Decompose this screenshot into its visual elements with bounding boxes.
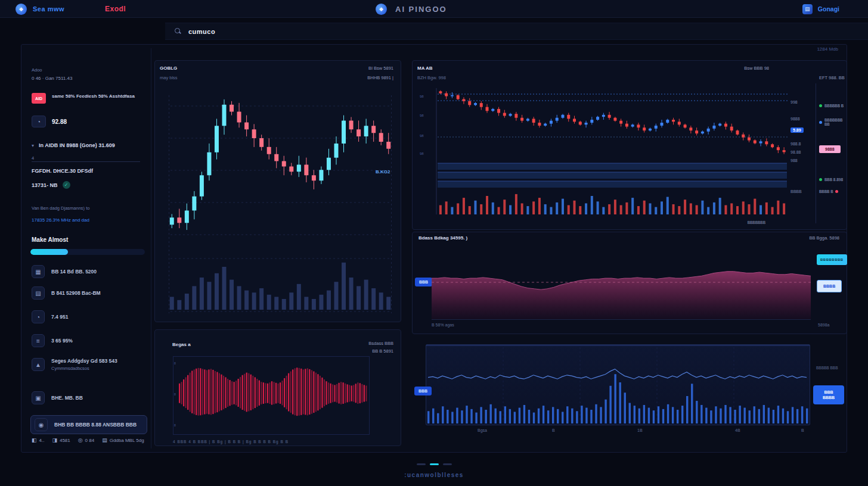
- target-icon: ◉: [35, 418, 48, 431]
- sidebar-item-label: BHE. MB. BB: [51, 395, 83, 401]
- sidebar-item-label: 7.4 951: [51, 314, 68, 320]
- panel-osc-meta1: Bsdass BBB: [368, 341, 393, 346]
- page-dash-1-active[interactable]: [430, 463, 439, 465]
- bars-x-label: 4B: [735, 428, 740, 432]
- box-icon: ▣: [32, 391, 45, 404]
- panel-osc-title: Begas a: [172, 342, 191, 347]
- bars-x-label: B: [552, 428, 555, 432]
- search-input[interactable]: cumuco: [188, 28, 215, 35]
- area-light-badge[interactable]: BBBB: [817, 280, 842, 292]
- candlestick-chart: [168, 85, 392, 318]
- pen-icon: ◨: [52, 437, 57, 443]
- sidebar-item-5[interactable]: ▣ BHE. MB. BB: [32, 391, 151, 404]
- panel-dense-title: MA AB: [417, 66, 433, 71]
- panel-main-meta1: BI Bsw 5891: [368, 66, 393, 71]
- app-logo-icon: ◆: [16, 4, 27, 15]
- doc-icon: ▤: [102, 437, 107, 443]
- panel-main-subtitle: may blss: [160, 75, 178, 80]
- record-icon: ◎: [78, 437, 83, 443]
- svg-text:98: 98: [420, 134, 424, 138]
- list-icon: ≡: [32, 334, 45, 347]
- sidebar-item-label: BB 14 Bd BB. 5200: [51, 269, 97, 275]
- sidebar-item-4[interactable]: ▲ Seges Addgdsy Gd 583 543 Cymmmsdadbcso…: [32, 358, 151, 371]
- area-left-badge[interactable]: BBB: [415, 278, 432, 286]
- footer-item-2[interactable]: ◎ 0 84: [78, 437, 94, 443]
- corner-note: 1284 Mdb: [817, 46, 838, 52]
- bars-right-note: BBBBB BBB: [816, 365, 846, 371]
- footer-item-label: Gddba MBL 5dg: [110, 438, 144, 443]
- grid-icon: ▦: [32, 265, 45, 278]
- price-tag: B.KG2: [376, 169, 390, 175]
- bar-line-chart: [426, 345, 810, 425]
- scale-value-active: 5.89: [790, 127, 804, 133]
- page-title: AI PINGOO: [395, 5, 447, 14]
- sidebar-item-label: B 841 52908 Bac-BM: [51, 290, 101, 296]
- panel-area-meta: BB Bgga. 5898: [810, 235, 839, 241]
- sidebar-item-0[interactable]: ▦ BB 14 Bd BB. 5200: [32, 265, 151, 278]
- settings-icon[interactable]: ▤: [802, 4, 813, 14]
- slider-tick-label: 4: [32, 155, 34, 161]
- area-cyan-badge[interactable]: BBBBBBBB: [817, 254, 847, 265]
- footer-item-3[interactable]: ▤ Gddba MBL 5dg: [102, 437, 144, 443]
- oscillator-chart: 888: [173, 356, 370, 435]
- svg-text:8: 8: [174, 362, 176, 365]
- center-logo-icon: ◆: [376, 4, 387, 15]
- main-frame: 1284 Mdb Adoo 0 46 · Gan 7511.43 AID sam…: [21, 44, 847, 453]
- page-dash-2[interactable]: [443, 463, 452, 465]
- area-chart: [432, 244, 811, 320]
- gauge-icon: ◔: [32, 116, 46, 127]
- sidebar-item-label: 3 65 95%: [51, 338, 73, 344]
- brand-left: ◆ Sea mww Exodl: [16, 0, 126, 18]
- search-bar[interactable]: cumuco: [165, 23, 868, 40]
- legend-pink-badge[interactable]: 9888: [819, 145, 841, 153]
- blue-dot-icon: [819, 121, 822, 124]
- panel-dense-sublabel: BBBBBBB: [748, 220, 765, 225]
- sidebar-item-3[interactable]: ≡ 3 65 95%: [32, 334, 151, 347]
- alert-text: same 58% Feedlesh 58% Asshtdfasa: [52, 93, 135, 99]
- brand-right: ▤ Gonagi: [802, 0, 839, 18]
- verified-check-icon: ✓: [63, 181, 70, 189]
- sidebar-item-1[interactable]: ▤ B 841 52908 Bac-BM: [32, 286, 151, 300]
- search-icon: [175, 28, 181, 35]
- symbol-dropdown[interactable]: ▾ In AIDB IN 8988 (Gone) 31.609: [32, 142, 115, 148]
- sidebar-item-6-active[interactable]: ◉ BHB BB BBBB 8.88 ANSBBB BBB: [30, 415, 147, 434]
- progress-label: Make Almost: [32, 236, 68, 243]
- sidebar-section-label: Adoo: [32, 67, 42, 73]
- sidebar-stats-row: 0 46 · Gan 7511.43: [32, 76, 72, 81]
- sidebar-item-label-text: Seges Addgdsy Gd 583 543: [51, 358, 117, 364]
- sidebar: Adoo 0 46 · Gan 7511.43 AID same 58% Fee…: [30, 45, 165, 452]
- trend-icon: ▲: [32, 358, 45, 371]
- legend-label: BBBBBB B: [824, 104, 844, 108]
- bars-right-badge[interactable]: BBB BBBB: [813, 385, 844, 404]
- green-dot-icon: [819, 178, 822, 181]
- osc-x-axis: 4 BBB 4 B BBB | B Bg | B B B | Bg B B B …: [173, 440, 370, 444]
- header-right-label[interactable]: Gonagi: [818, 5, 839, 13]
- panel-dense-chart: MA AB BZH Bgw. 998 Bsw BBB 98 98989898 9…: [412, 60, 847, 230]
- scale-value: 988: [790, 158, 798, 163]
- brand-alt-label: Exodl: [105, 5, 126, 13]
- legend-divider: [816, 83, 816, 223]
- svg-text:98: 98: [420, 152, 424, 155]
- footer-item-0[interactable]: ◧ 4..: [32, 437, 44, 443]
- footer-item-1[interactable]: ◨ 4581: [52, 437, 70, 443]
- sidebar-item-2[interactable]: ◔ 7.4 951: [32, 310, 151, 323]
- carousel-pagination: [0, 463, 868, 465]
- panel-area-title: Bdass Bdkag 34595. ): [418, 235, 467, 241]
- bars-left-badge[interactable]: BBB: [414, 387, 432, 395]
- page-dash-0[interactable]: [417, 463, 426, 465]
- bars-x-label: B: [801, 428, 804, 432]
- note-2: 17835 26.3% MHz and dad: [32, 217, 89, 223]
- footer-item-label: 0 84: [85, 438, 95, 443]
- app-root: ◆ Sea mww Exodl ◆ AI PINGOO ▤ Gonagi cum…: [0, 0, 868, 486]
- sidebar-item-label: Seges Addgdsy Gd 583 543 Cymmmsdadbcsos: [51, 358, 117, 370]
- legend-item-1: BBBBBBB BB: [819, 118, 847, 126]
- slider-track[interactable]: [32, 161, 140, 162]
- scale-value: 998: [790, 100, 798, 104]
- panel-dense-meta1: Bsw BBB 98: [744, 66, 769, 71]
- clock-icon: ◔: [32, 310, 45, 323]
- panel-oscillator: Begas a Bsdass BBB BB B 5891 888 4 BBB 4…: [154, 329, 401, 446]
- area-right-note: 5898a: [818, 323, 829, 327]
- legend-column: EFT 988. BB BBBBBB B BBBBBBB BB 9888 BBB…: [819, 61, 847, 229]
- bars-x-label: Bgsa: [478, 428, 487, 432]
- panel-dense-meta2: EFT 988. BB: [819, 75, 845, 80]
